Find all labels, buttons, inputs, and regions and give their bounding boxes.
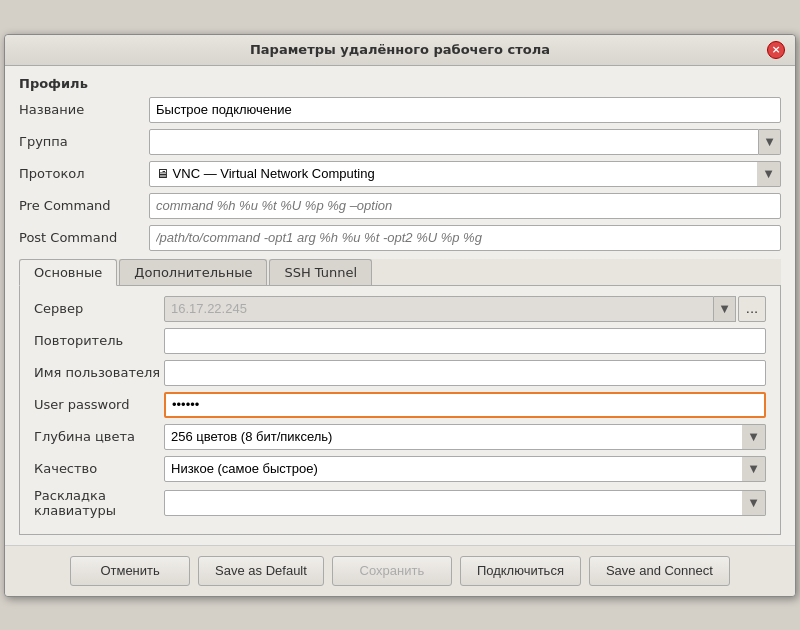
server-input-wrap: ▼: [164, 296, 736, 322]
group-dropdown-arrow[interactable]: ▼: [759, 129, 781, 155]
server-dropdown-arrow[interactable]: ▼: [714, 296, 736, 322]
password-label: User password: [34, 397, 164, 412]
server-label: Сервер: [34, 301, 164, 316]
username-input[interactable]: [164, 360, 766, 386]
password-row: User password: [34, 392, 766, 418]
username-row: Имя пользователя: [34, 360, 766, 386]
title-bar: Параметры удалённого рабочего стола ×: [5, 35, 795, 66]
connect-button[interactable]: Подключиться: [460, 556, 581, 586]
save-connect-button[interactable]: Save and Connect: [589, 556, 730, 586]
dialog: Параметры удалённого рабочего стола × Пр…: [4, 34, 796, 597]
protocol-dropdown-wrapper: 🖥 VNC — Virtual Network Computing ▼: [149, 161, 781, 187]
post-command-input[interactable]: [149, 225, 781, 251]
pre-command-input[interactable]: [149, 193, 781, 219]
tab-content-basic: Сервер ▼ ... Повторитель Имя пользовател…: [19, 286, 781, 535]
group-row: Группа ▼: [19, 129, 781, 155]
keyboard-select[interactable]: [164, 490, 766, 516]
post-command-label: Post Command: [19, 230, 149, 245]
protocol-row: Протокол 🖥 VNC — Virtual Network Computi…: [19, 161, 781, 187]
post-command-row: Post Command: [19, 225, 781, 251]
username-label: Имя пользователя: [34, 365, 164, 380]
name-row: Название: [19, 97, 781, 123]
color-depth-row: Глубина цвета 256 цветов (8 бит/пиксель)…: [34, 424, 766, 450]
server-row: Сервер ▼ ...: [34, 296, 766, 322]
server-browse-button[interactable]: ...: [738, 296, 766, 322]
server-input[interactable]: [164, 296, 714, 322]
repeater-row: Повторитель: [34, 328, 766, 354]
save-button[interactable]: Сохранить: [332, 556, 452, 586]
quality-dropdown-wrapper: Низкое (самое быстрое) ▼: [164, 456, 766, 482]
group-input[interactable]: [149, 129, 759, 155]
dialog-title: Параметры удалённого рабочего стола: [33, 42, 767, 57]
protocol-select[interactable]: 🖥 VNC — Virtual Network Computing: [149, 161, 781, 187]
tab-basic[interactable]: Основные: [19, 259, 117, 286]
keyboard-row: Раскладка клавиатуры ▼: [34, 488, 766, 518]
save-default-button[interactable]: Save as Default: [198, 556, 324, 586]
quality-row: Качество Низкое (самое быстрое) ▼: [34, 456, 766, 482]
cancel-button[interactable]: Отменить: [70, 556, 190, 586]
quality-select[interactable]: Низкое (самое быстрое): [164, 456, 766, 482]
dialog-body: Профиль Название Группа ▼ Протокол 🖥 VNC…: [5, 66, 795, 545]
pre-command-row: Pre Command: [19, 193, 781, 219]
tab-advanced[interactable]: Дополнительные: [119, 259, 267, 285]
close-button[interactable]: ×: [767, 41, 785, 59]
repeater-label: Повторитель: [34, 333, 164, 348]
name-label: Название: [19, 102, 149, 117]
tabs-bar: Основные Дополнительные SSH Tunnel: [19, 259, 781, 286]
group-label: Группа: [19, 134, 149, 149]
keyboard-label: Раскладка клавиатуры: [34, 488, 164, 518]
password-input[interactable]: [164, 392, 766, 418]
profile-section-label: Профиль: [19, 76, 781, 91]
name-input[interactable]: [149, 97, 781, 123]
pre-command-label: Pre Command: [19, 198, 149, 213]
footer: Отменить Save as Default Сохранить Подкл…: [5, 545, 795, 596]
group-input-wrap: ▼: [149, 129, 781, 155]
quality-label: Качество: [34, 461, 164, 476]
color-depth-dropdown-wrapper: 256 цветов (8 бит/пиксель) ▼: [164, 424, 766, 450]
server-input-group: ▼ ...: [164, 296, 766, 322]
color-depth-label: Глубина цвета: [34, 429, 164, 444]
keyboard-dropdown-wrapper: ▼: [164, 490, 766, 516]
repeater-input[interactable]: [164, 328, 766, 354]
color-depth-select[interactable]: 256 цветов (8 бит/пиксель): [164, 424, 766, 450]
tab-ssh[interactable]: SSH Tunnel: [269, 259, 372, 285]
protocol-label: Протокол: [19, 166, 149, 181]
